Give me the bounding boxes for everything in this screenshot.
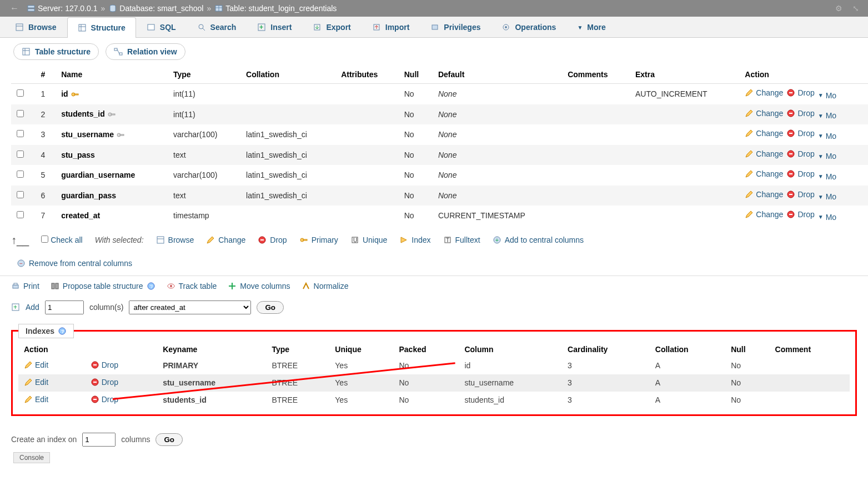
tab-export[interactable]: Export — [302, 17, 361, 37]
drop-icon — [786, 88, 795, 97]
col-name: students_id — [61, 109, 105, 118]
drop-link[interactable]: Drop — [786, 190, 814, 199]
bulk-unique[interactable]: UUnique — [350, 236, 387, 244]
idx-keyname-header: Keyname — [157, 342, 266, 357]
help-icon[interactable]: ? — [58, 327, 67, 335]
back-button[interactable]: ← — [6, 3, 23, 13]
bulk-add-central[interactable]: +Add to central columns — [493, 236, 584, 244]
change-link[interactable]: Change — [745, 88, 783, 97]
track-link[interactable]: Track table — [167, 282, 217, 290]
drop-link[interactable]: Drop — [786, 88, 814, 97]
more-link[interactable]: ▼ Mo — [818, 91, 836, 100]
drop-icon — [786, 169, 795, 178]
print-link[interactable]: Print — [11, 282, 39, 290]
add-go-button[interactable]: Go — [257, 301, 284, 314]
drop-link[interactable]: Drop — [786, 129, 814, 138]
tab-structure[interactable]: Structure — [67, 17, 136, 38]
drop-link[interactable]: Drop — [786, 109, 814, 118]
tab-operations[interactable]: Operations — [491, 17, 566, 37]
row-checkbox[interactable] — [17, 89, 24, 97]
change-link[interactable]: Change — [745, 210, 783, 219]
propose-link[interactable]: Propose table structure ? — [51, 282, 155, 290]
col-attributes — [335, 206, 399, 226]
index-edit-link[interactable]: Edit — [24, 378, 48, 387]
breadcrumb-table[interactable]: Table: student_login_credentials — [214, 4, 337, 13]
tab-privileges[interactable]: Privileges — [420, 17, 491, 37]
drop-link[interactable]: Drop — [786, 149, 814, 158]
tab-browse[interactable]: Browse — [4, 17, 67, 37]
col-default-header: Default — [433, 66, 562, 84]
relation-view-tab[interactable]: Relation view — [106, 43, 185, 60]
table-structure-tab[interactable]: Table structure — [13, 43, 99, 60]
svg-rect-61 — [13, 285, 18, 288]
create-index-count[interactable] — [82, 433, 116, 447]
change-link[interactable]: Change — [745, 129, 783, 138]
index-drop-link[interactable]: Drop — [91, 378, 118, 387]
tab-import[interactable]: Import — [362, 17, 420, 37]
bulk-fulltext[interactable]: TFulltext — [443, 236, 480, 244]
drop-link[interactable]: Drop — [786, 210, 814, 219]
check-all-checkbox[interactable] — [41, 236, 48, 243]
table-label: Table: — [225, 4, 246, 13]
console-button[interactable]: Console — [13, 452, 50, 463]
collapse-icon[interactable]: ⤡ — [849, 4, 862, 13]
row-checkbox[interactable] — [17, 191, 24, 198]
idx-column: stu_username — [459, 374, 562, 392]
more-link[interactable]: ▼ Mo — [818, 152, 836, 161]
index-drop-link[interactable]: Drop — [91, 360, 118, 369]
gear-icon[interactable]: ⚙ — [832, 4, 846, 13]
change-link[interactable]: Change — [745, 109, 783, 118]
more-link[interactable]: ▼ Mo — [818, 172, 836, 181]
tab-insert[interactable]: +Insert — [247, 17, 302, 37]
position-select[interactable]: after created_at — [129, 300, 251, 314]
tab-sql[interactable]: SQL — [136, 17, 187, 37]
change-link[interactable]: Change — [745, 190, 783, 199]
row-checkbox[interactable] — [17, 171, 24, 178]
bulk-primary[interactable]: Primary — [299, 236, 338, 244]
tab-more[interactable]: ▼More — [566, 17, 616, 37]
move-icon — [228, 282, 237, 290]
idx-unique-header: Unique — [329, 342, 393, 357]
svg-line-26 — [117, 49, 119, 54]
row-checkbox[interactable] — [17, 211, 24, 218]
col-extra — [630, 104, 739, 125]
bulk-index[interactable]: Index — [399, 236, 430, 244]
bulk-change[interactable]: Change — [206, 236, 245, 244]
move-link[interactable]: Move columns — [228, 282, 290, 290]
more-link[interactable]: ▼ Mo — [818, 132, 836, 141]
col-default: None — [433, 145, 562, 166]
breadcrumb-server[interactable]: Server: 127.0.0.1 — [27, 4, 98, 13]
more-link[interactable]: ▼ Mo — [818, 213, 836, 222]
drop-link[interactable]: Drop — [786, 169, 814, 178]
col-comments — [562, 104, 630, 125]
col-num: 2 — [36, 104, 56, 125]
svg-rect-25 — [119, 53, 122, 55]
add-label[interactable]: Add — [26, 303, 39, 312]
change-link[interactable]: Change — [745, 169, 783, 178]
check-all-label[interactable]: Check all — [51, 236, 83, 244]
change-link[interactable]: Change — [745, 149, 783, 158]
drop-icon — [786, 129, 795, 138]
bulk-drop[interactable]: Drop — [258, 236, 287, 244]
tab-search[interactable]: Search — [187, 17, 247, 37]
check-all[interactable]: Check all — [41, 236, 82, 244]
index-edit-link[interactable]: Edit — [24, 360, 48, 369]
row-checkbox[interactable] — [17, 151, 24, 158]
col-collation: latin1_swedish_ci — [240, 124, 335, 145]
col-collation — [240, 206, 335, 226]
bulk-browse[interactable]: Browse — [156, 236, 194, 244]
col-null: No — [399, 124, 433, 145]
idx-keyname: students_id — [157, 392, 266, 409]
breadcrumb-database[interactable]: Database: smart_school — [108, 4, 203, 13]
bulk-remove-central[interactable]: −Remove from central columns — [17, 259, 857, 268]
row-checkbox[interactable] — [17, 110, 24, 117]
row-checkbox[interactable] — [17, 130, 24, 137]
create-index-label: Create an index on — [11, 435, 77, 444]
more-link[interactable]: ▼ Mo — [818, 192, 836, 201]
normalize-link[interactable]: Normalize — [302, 282, 349, 290]
index-edit-link[interactable]: Edit — [24, 395, 48, 404]
drop-icon — [786, 149, 795, 158]
add-count-input[interactable] — [45, 300, 84, 314]
more-link[interactable]: ▼ Mo — [818, 111, 836, 120]
create-index-go[interactable]: Go — [155, 433, 183, 446]
